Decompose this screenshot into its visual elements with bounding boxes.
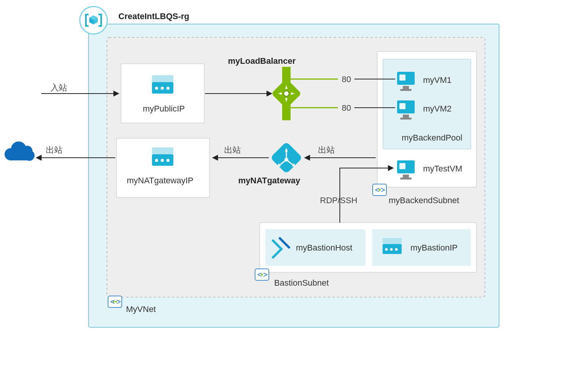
svg-text:>: >	[116, 298, 121, 306]
cloud-icon	[5, 141, 35, 161]
vnet-badge-icon: < >	[108, 296, 122, 307]
outbound-2-label: 出站	[224, 145, 241, 155]
outbound-3-label: 出站	[318, 145, 335, 155]
svg-rect-14	[403, 175, 409, 178]
svg-point-35	[166, 159, 170, 162]
svg-rect-15	[400, 178, 412, 179]
lb-label: myLoadBalancer	[228, 56, 296, 66]
public-ip-icon	[152, 75, 173, 94]
svg-point-34	[161, 159, 164, 162]
svg-point-23	[161, 87, 164, 90]
rdp-ssh-label: RDP/SSH	[320, 196, 357, 205]
backend-subnet-badge-icon: < >	[373, 184, 386, 196]
svg-rect-7	[400, 89, 412, 91]
svg-point-33	[155, 159, 158, 162]
svg-point-55	[113, 301, 115, 302]
svg-point-51	[390, 248, 393, 251]
natgw-ip-box	[116, 138, 210, 197]
svg-rect-6	[403, 86, 409, 89]
svg-text:>: >	[263, 270, 268, 279]
outbound-1-label: 出站	[46, 145, 63, 155]
testvm-label: myTestVM	[423, 164, 462, 173]
inbound-label: 入站	[50, 83, 67, 92]
natgw-ip-label: myNATgatewayIP	[127, 176, 193, 185]
svg-rect-20	[152, 75, 173, 82]
svg-point-22	[155, 87, 158, 90]
svg-text:>: >	[381, 186, 385, 194]
vm2-label: myVM2	[423, 104, 452, 113]
resource-group-icon	[80, 6, 107, 34]
svg-point-46	[261, 274, 263, 276]
svg-rect-13	[399, 163, 405, 169]
bastion-subnet-badge-icon: < >	[255, 269, 269, 280]
vnet-label: MyVNet	[126, 304, 156, 314]
svg-rect-31	[152, 147, 173, 154]
svg-rect-5	[399, 74, 405, 81]
bastion-subnet-label: BastionSubnet	[274, 278, 329, 288]
bastion-ip-label: myBastionIP	[410, 243, 458, 252]
svg-rect-10	[403, 115, 409, 118]
natgw-ip-icon	[152, 147, 173, 166]
bastion-host-label: myBastionHost	[296, 243, 352, 252]
port-1: 80	[342, 74, 351, 84]
svg-rect-9	[399, 103, 405, 109]
svg-point-26	[284, 91, 289, 96]
architecture-diagram: CreateIntLBQS-rg MyVNet myBackendSubnet …	[0, 0, 588, 380]
svg-rect-48	[383, 238, 402, 244]
svg-point-52	[395, 248, 398, 251]
public-ip-label: myPublicIP	[143, 104, 185, 113]
backend-pool-label: myBackendPool	[402, 133, 462, 142]
svg-point-50	[385, 248, 388, 251]
rg-title: CreateIntLBQS-rg	[118, 11, 189, 21]
backend-subnet-label: myBackendSubnet	[389, 196, 459, 205]
svg-rect-11	[400, 118, 412, 120]
vm1-label: myVM1	[423, 75, 452, 85]
bastion-ip-icon	[383, 238, 402, 254]
svg-point-24	[166, 87, 170, 90]
svg-point-18	[379, 189, 381, 191]
natgw-label: myNATgateway	[238, 176, 300, 185]
port-2: 80	[342, 103, 351, 113]
